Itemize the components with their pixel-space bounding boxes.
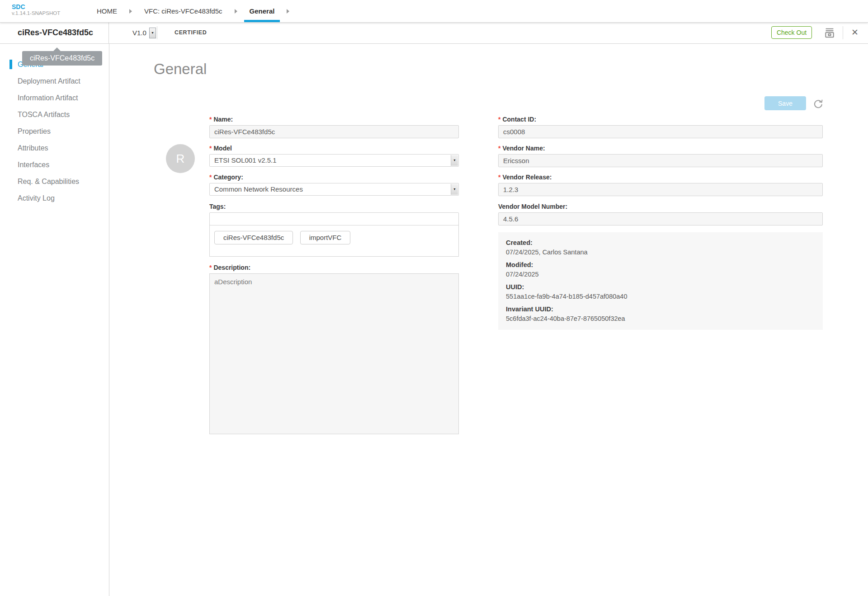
category-field-group: *Category: Common Network Resources ▼ (209, 174, 459, 196)
sidebar-item-label: TOSCA Artifacts (18, 111, 70, 118)
vendor-name-input[interactable] (498, 154, 823, 167)
sidebar-item-label: Information Artifact (18, 94, 78, 102)
top-bar: SDC v.1.14.1-SNAPSHOT HOME VFC: ciRes-VF… (0, 0, 868, 23)
vendor-model-number-input[interactable] (498, 212, 823, 225)
sidebar-item-label: Properties (18, 127, 51, 135)
sidebar-item-deployment-artifact[interactable]: Deployment Artifact (0, 73, 109, 89)
required-asterisk: * (209, 145, 212, 152)
breadcrumb-arrow-icon (287, 9, 289, 14)
contact-id-input[interactable] (498, 125, 823, 138)
revert-button[interactable] (813, 98, 824, 109)
description-textarea[interactable]: aDescription (209, 273, 459, 434)
name-field-group: *Name: (209, 116, 459, 138)
sidebar-item-attributes[interactable]: Attributes (0, 140, 109, 156)
app-logo[interactable]: SDC v.1.14.1-SNAPSHOT (12, 3, 60, 16)
category-label: *Category: (209, 174, 459, 181)
breadcrumb-arrow-icon (235, 9, 237, 14)
sidebar-item-label: Req. & Capabilities (18, 178, 79, 185)
save-button[interactable]: Save (764, 96, 806, 110)
resource-name-tooltip: ciRes-VFCe483fd5c (22, 51, 102, 66)
vendor-release-input[interactable] (498, 183, 823, 196)
model-selected-value: ETSI SOL001 v2.5.1 (214, 156, 277, 164)
breadcrumb-general[interactable]: General (250, 0, 275, 22)
sidebar-item-label: Deployment Artifact (18, 77, 80, 85)
tag-chip[interactable]: importVFC (300, 231, 351, 244)
description-label: *Description: (209, 264, 459, 271)
breadcrumb-arrow-icon (129, 9, 132, 14)
header-divider (157, 26, 157, 39)
resource-title: ciRes-VFCe483fd5c (0, 22, 109, 43)
sidebar-item-interfaces[interactable]: Interfaces (0, 156, 109, 173)
close-icon[interactable]: ✕ (848, 26, 862, 39)
sidebar-item-label: Activity Log (18, 194, 55, 202)
vendor-model-number-label: Vendor Model Number: (498, 203, 823, 210)
model-select[interactable]: ETSI SOL001 v2.5.1 ▼ (209, 154, 459, 167)
meta-modified: Modifed: 07/24/2025 (506, 260, 816, 279)
page-title: General (154, 61, 207, 78)
app-logo-text: SDC (12, 3, 60, 10)
metadata-panel: Created: 07/24/2025, Carlos Santana Modi… (498, 232, 823, 330)
tag-chip[interactable]: ciRes-VFCe483fd5c (214, 231, 293, 244)
meta-invariant-uuid: Invariant UUID: 5c6fda3f-ac24-40ba-87e7-… (506, 305, 816, 324)
category-select[interactable]: Common Network Resources ▼ (209, 183, 459, 196)
meta-uuid: UUID: 551aa1ce-fa9b-4a74-b185-d457af080a… (506, 282, 816, 301)
name-label: *Name: (209, 116, 459, 123)
dropdown-arrow-icon: ▼ (451, 155, 458, 166)
meta-created: Created: 07/24/2025, Carlos Santana (506, 238, 816, 257)
tags-label: Tags: (209, 203, 459, 210)
sidebar-item-tosca-artifacts[interactable]: TOSCA Artifacts (0, 106, 109, 123)
sidebar-item-label: Attributes (18, 144, 48, 152)
sidebar-item-req-capabilities[interactable]: Req. & Capabilities (0, 173, 109, 190)
required-asterisk: * (498, 116, 500, 123)
header-divider (843, 26, 843, 39)
sidebar-item-information-artifact[interactable]: Information Artifact (0, 89, 109, 106)
tags-field-group: Tags: ciRes-VFCe483fd5c importVFC (209, 203, 459, 257)
sidebar-nav: General Deployment Artifact Information … (0, 43, 109, 206)
tags-input[interactable] (209, 212, 459, 225)
revert-icon (813, 98, 824, 109)
main-content: General Save R *Name: *Model ETSI SOL001… (109, 43, 868, 596)
breadcrumb: HOME VFC: ciRes-VFCe483fd5c General (97, 0, 302, 22)
sidebar-item-label: Interfaces (18, 161, 49, 169)
archive-icon (824, 27, 835, 39)
app-version: v.1.14.1-SNAPSHOT (12, 10, 60, 16)
contact-id-label: *Contact ID: (498, 116, 823, 123)
version-selector[interactable]: V1.0 ▼ (132, 22, 156, 43)
archive-button[interactable] (824, 27, 835, 39)
version-label: V1.0 (132, 29, 146, 37)
sidebar-item-properties[interactable]: Properties (0, 123, 109, 140)
breadcrumb-vfc[interactable]: VFC: ciRes-VFCe483fd5c (144, 7, 222, 15)
avatar: R (166, 144, 195, 173)
required-asterisk: * (498, 145, 500, 152)
model-label: *Model (209, 145, 459, 152)
sidebar-item-activity-log[interactable]: Activity Log (0, 190, 109, 206)
category-selected-value: Common Network Resources (214, 185, 303, 193)
avatar-letter: R (176, 152, 185, 166)
vendor-name-field-group: *Vendor Name: (498, 145, 823, 167)
description-field-group: *Description: aDescription (209, 264, 459, 436)
required-asterisk: * (209, 264, 212, 271)
sidebar: General Deployment Artifact Information … (0, 43, 109, 596)
required-asterisk: * (209, 116, 212, 123)
sdc-app: SDC v.1.14.1-SNAPSHOT HOME VFC: ciRes-VF… (0, 0, 868, 596)
contact-id-field-group: *Contact ID: (498, 116, 823, 138)
resource-header: ciRes-VFCe483fd5c V1.0 ▼ CERTIFIED Check… (0, 22, 868, 44)
vendor-model-number-field-group: Vendor Model Number: (498, 203, 823, 225)
vendor-release-field-group: *Vendor Release: (498, 174, 823, 196)
tags-container: ciRes-VFCe483fd5c importVFC (209, 225, 459, 257)
required-asterisk: * (498, 174, 500, 181)
vendor-name-label: *Vendor Name: (498, 145, 823, 152)
dropdown-arrow-icon: ▼ (451, 184, 458, 195)
model-field-group: *Model ETSI SOL001 v2.5.1 ▼ (209, 145, 459, 167)
lifecycle-status-label: CERTIFIED (175, 22, 207, 43)
breadcrumb-home[interactable]: HOME (97, 7, 117, 15)
version-dropdown-arrow-icon[interactable]: ▼ (149, 28, 156, 38)
vendor-release-label: *Vendor Release: (498, 174, 823, 181)
check-out-button[interactable]: Check Out (771, 26, 812, 39)
name-input[interactable] (209, 125, 459, 138)
active-indicator-bar (9, 60, 12, 69)
required-asterisk: * (209, 174, 212, 181)
